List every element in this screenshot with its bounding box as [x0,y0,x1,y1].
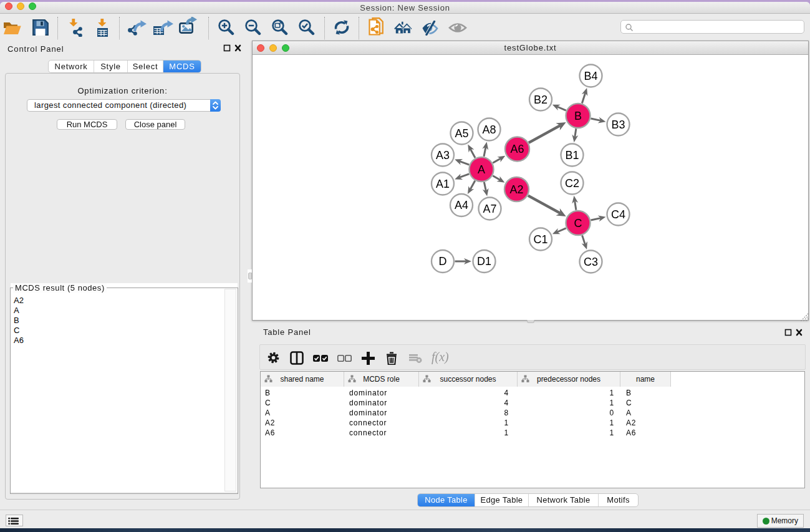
svg-text:D: D [439,255,447,268]
svg-text:A3: A3 [436,149,450,162]
svg-text:A6: A6 [510,143,524,155]
svg-text:C1: C1 [533,233,547,246]
svg-text:C: C [574,217,582,230]
svg-text:A8: A8 [482,123,496,136]
svg-text:A4: A4 [455,199,468,211]
svg-text:B: B [574,110,582,122]
svg-text:A: A [478,163,485,176]
svg-text:C4: C4 [611,208,625,221]
svg-text:C3: C3 [584,256,598,268]
svg-text:B3: B3 [611,118,625,131]
svg-text:A5: A5 [455,127,468,140]
svg-text:A7: A7 [483,203,496,215]
svg-text:B1: B1 [565,149,579,162]
svg-text:B4: B4 [584,70,597,82]
svg-text:A2: A2 [509,183,523,196]
svg-text:B2: B2 [534,94,547,106]
svg-text:A1: A1 [436,178,450,190]
svg-text:D1: D1 [477,255,491,268]
svg-text:C2: C2 [565,177,579,190]
svg-text:f(x): f(x) [432,351,449,364]
